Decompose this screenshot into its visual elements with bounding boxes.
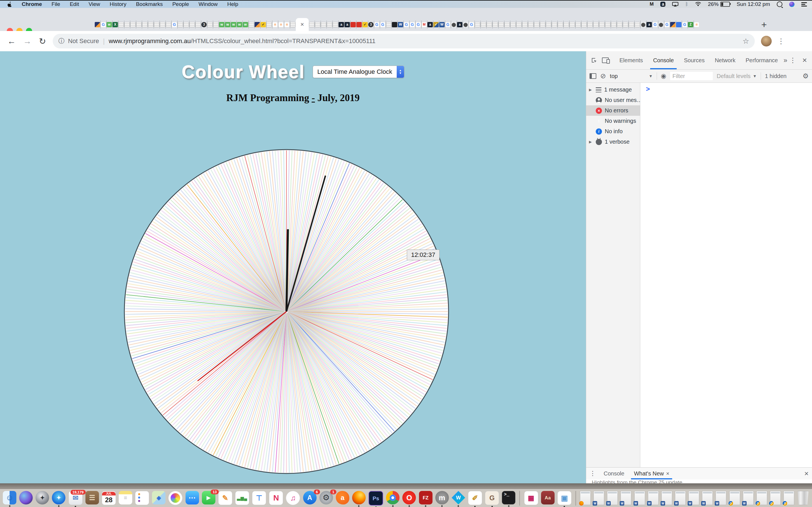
log-levels-select[interactable]: Default levels ▼ — [717, 73, 757, 79]
dock-window-thumbnail[interactable]: W — [620, 491, 631, 505]
clock-mode-select[interactable]: Local Time Analogue Clock ▲▼ — [313, 66, 404, 78]
dock-app-avast[interactable]: a — [336, 491, 349, 504]
menubar-item-window[interactable]: Window — [199, 1, 218, 7]
dock-window-thumbnail[interactable]: W — [675, 491, 686, 505]
avast-icon[interactable]: a — [660, 2, 665, 7]
console-settings-icon[interactable]: ⚙ — [802, 72, 809, 80]
browser-tab[interactable]: 3 — [368, 18, 374, 31]
browser-tab[interactable] — [177, 18, 183, 31]
sidebar-item-warning[interactable]: !No warnings — [586, 116, 640, 126]
drawer-tab-close-icon[interactable]: × — [666, 470, 669, 477]
browser-tab[interactable] — [628, 18, 635, 31]
browser-tab[interactable] — [569, 18, 575, 31]
dock-app-launchpad[interactable]: ✦ — [36, 491, 49, 504]
colour-wheel-clock[interactable] — [123, 149, 450, 474]
browser-tab[interactable] — [315, 18, 320, 31]
clear-console-icon[interactable]: ⊘ — [600, 72, 606, 80]
browser-tab[interactable] — [320, 18, 326, 31]
browser-tab[interactable] — [552, 18, 557, 31]
browser-tab[interactable] — [386, 18, 392, 31]
site-info-icon[interactable]: ⓘ — [58, 37, 64, 45]
browser-tab[interactable]: a — [457, 18, 463, 31]
browser-tab[interactable] — [510, 18, 516, 31]
dock-window-thumbnail[interactable]: W — [743, 491, 754, 505]
browser-tab[interactable] — [463, 18, 469, 31]
profile-avatar[interactable] — [761, 36, 772, 47]
dock-app-dictionary[interactable]: Aa — [541, 491, 555, 504]
browser-tab[interactable] — [640, 18, 646, 31]
dock-app-app-store[interactable]: A6 — [303, 491, 317, 504]
menubar-item-edit[interactable]: Edit — [70, 1, 79, 7]
console-prompt-icon[interactable]: > — [646, 85, 650, 93]
notification-center-icon[interactable] — [801, 2, 807, 6]
battery-indicator[interactable]: 26% — [708, 1, 730, 7]
browser-tab[interactable]: a — [646, 18, 652, 31]
browser-tab[interactable]: a — [338, 18, 344, 31]
dock-app-messages[interactable]: ⋯ — [186, 491, 199, 504]
browser-tab[interactable] — [195, 18, 201, 31]
tab-elements[interactable]: Elements — [614, 51, 648, 69]
browser-tab[interactable] — [189, 18, 195, 31]
browser-tab[interactable]: G — [652, 18, 658, 31]
forward-button[interactable]: → — [23, 36, 32, 46]
browser-tab[interactable] — [658, 18, 664, 31]
dock-app-photo-booth[interactable]: ▦ — [524, 491, 538, 505]
dock-window-thumbnail[interactable]: O — [783, 491, 794, 505]
dock-app-system-preferences[interactable]: ⚙1 — [319, 491, 333, 504]
browser-tab[interactable] — [605, 18, 611, 31]
dock-app-firefox[interactable] — [352, 491, 366, 507]
browser-tab[interactable] — [451, 18, 457, 31]
menubar-item-people[interactable]: People — [172, 1, 189, 7]
browser-tab[interactable]: w — [225, 18, 231, 31]
dock-app-webstorm[interactable]: W — [452, 491, 465, 507]
drawer-tab-console[interactable]: Console — [600, 467, 628, 480]
browser-tab[interactable] — [290, 18, 296, 31]
browser-tab[interactable] — [522, 18, 528, 31]
dock-app-preview[interactable]: ▣ — [557, 491, 571, 507]
dock-app-finder[interactable]: ☺ — [3, 491, 16, 507]
dock-window-thumbnail[interactable]: O — [770, 491, 781, 505]
dock-app-facetime[interactable]: ▶13 — [202, 491, 215, 504]
dock-app-reminders[interactable] — [135, 491, 149, 505]
browser-tab[interactable]: W — [439, 18, 445, 31]
dock-app-calendar[interactable]: JUL28 — [102, 491, 116, 505]
dock-window-thumbnail[interactable]: W — [702, 491, 713, 505]
browser-tab[interactable]: ≡ — [278, 18, 284, 31]
browser-tab[interactable] — [575, 18, 581, 31]
dock-app-safari[interactable]: ✦ — [52, 491, 65, 507]
browser-tab[interactable] — [498, 18, 504, 31]
dock-app-pages[interactable]: ✎ — [218, 491, 232, 505]
sidebar-item-bug[interactable]: ▶1 verbose — [586, 136, 640, 147]
browser-tab[interactable]: G — [469, 18, 474, 31]
browser-tab[interactable]: ≡ — [694, 18, 700, 31]
browser-tab[interactable] — [124, 18, 130, 31]
browser-tab[interactable]: w — [219, 18, 225, 31]
dock-app-paintbrush[interactable]: ✐ — [468, 491, 482, 507]
browser-tab[interactable] — [622, 18, 628, 31]
browser-tab[interactable] — [165, 18, 171, 31]
siri-icon[interactable] — [789, 2, 795, 7]
browser-tab[interactable] — [160, 18, 165, 31]
browser-tab[interactable] — [492, 18, 498, 31]
browser-tab[interactable] — [676, 18, 682, 31]
browser-tab[interactable] — [356, 18, 362, 31]
devtools-close-icon[interactable]: × — [802, 56, 807, 65]
browser-tab[interactable] — [540, 18, 546, 31]
browser-tab[interactable]: 3 — [201, 18, 207, 31]
dock-app-news[interactable]: N — [269, 491, 283, 505]
dock-app-chrome[interactable] — [386, 491, 400, 507]
browser-tab[interactable] — [248, 18, 254, 31]
browser-tab[interactable] — [254, 18, 260, 31]
browser-tab[interactable] — [593, 18, 599, 31]
context-selector[interactable]: top ▼ — [610, 73, 653, 79]
browser-tab[interactable] — [474, 18, 480, 31]
browser-tab[interactable] — [333, 18, 338, 31]
browser-tab[interactable]: G — [409, 18, 415, 31]
dock-window-thumbnail[interactable]: W — [689, 491, 699, 505]
browser-tab[interactable]: X — [112, 18, 118, 31]
browser-tab[interactable] — [611, 18, 617, 31]
bookmark-star-icon[interactable]: ☆ — [743, 37, 749, 46]
browser-tab[interactable] — [148, 18, 154, 31]
browser-tab[interactable]: G — [682, 18, 688, 31]
browser-tab[interactable]: G — [664, 18, 670, 31]
